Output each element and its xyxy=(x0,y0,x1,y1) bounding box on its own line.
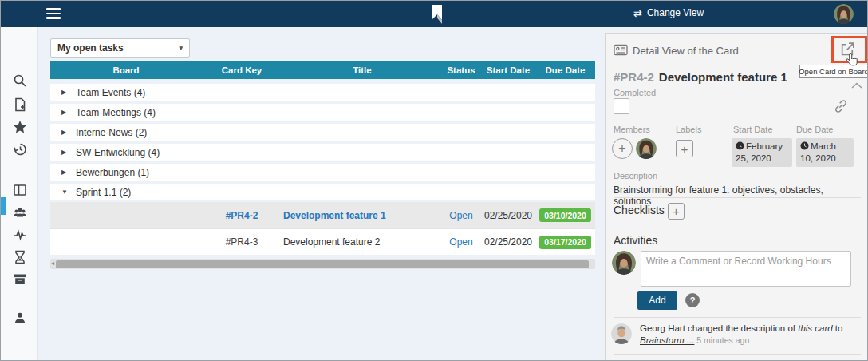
board-group-label: Team-Meetings (4) xyxy=(76,107,156,118)
activity-card-ref: this card xyxy=(798,323,832,333)
board-group-row[interactable]: ▼ Sprint 1.1 (2) xyxy=(50,184,595,200)
active-nav-indicator xyxy=(1,197,6,215)
labels-label: Labels xyxy=(676,125,701,134)
activity-user: Georg Hart xyxy=(640,323,685,333)
commenter-avatar xyxy=(612,251,636,275)
card-title-label: Development feature 1 xyxy=(659,70,787,84)
column-header-status[interactable]: Status xyxy=(441,65,481,75)
link-icon[interactable] xyxy=(834,99,848,116)
expand-arrow-icon[interactable]: ▶ xyxy=(61,169,76,176)
board-group-row[interactable]: ▶ Interne-News (2) xyxy=(50,124,595,141)
activity-icon[interactable] xyxy=(13,228,27,242)
menu-icon[interactable] xyxy=(46,8,61,19)
board-group-row[interactable]: ▶ Team-Meetings (4) xyxy=(50,104,595,121)
horizontal-scrollbar[interactable]: ◂ xyxy=(50,259,595,269)
card-row[interactable]: #PR4-2 Development feature 1 Open 02/25/… xyxy=(50,202,595,228)
card-detail-icon xyxy=(614,44,628,58)
board-group-row[interactable]: ▶ Team Events (4) xyxy=(50,84,595,101)
members-label: Members xyxy=(614,125,650,134)
board-group-row[interactable]: ▶ SW-Entwicklung (4) xyxy=(50,144,595,161)
clock-icon xyxy=(800,141,809,150)
column-header-title[interactable]: Title xyxy=(282,65,441,75)
app-window: ⇄ Change View xyxy=(0,0,868,361)
collapse-icon[interactable] xyxy=(851,80,862,91)
due-date-badge: 03/10/2020 xyxy=(539,208,591,222)
panel-title: Detail View of the Card xyxy=(633,45,739,57)
card-title-link[interactable]: Development feature 2 xyxy=(282,236,441,248)
column-header-card-key[interactable]: Card Key xyxy=(202,65,282,75)
checklists-heading: Checklists xyxy=(614,204,665,216)
card-key-link[interactable]: #PR4-3 xyxy=(202,236,282,248)
card-detail-panel: Detail View of the Card Open Card on Boa… xyxy=(605,33,868,360)
card-row[interactable]: #PR4-3 Development feature 2 Open 02/25/… xyxy=(50,228,595,255)
expand-arrow-icon[interactable]: ▼ xyxy=(61,188,76,196)
archive-icon[interactable] xyxy=(13,272,27,286)
board-icon[interactable] xyxy=(13,183,27,197)
search-icon[interactable] xyxy=(13,73,27,88)
description-label: Description xyxy=(614,171,657,180)
expand-arrow-icon[interactable]: ▶ xyxy=(61,89,76,96)
open-card-on-board-button[interactable] xyxy=(839,41,857,58)
board-group-label: Bewerbungen (1) xyxy=(76,167,149,178)
team-icon[interactable] xyxy=(13,205,27,220)
add-checklist-button[interactable]: + xyxy=(668,203,685,220)
star-icon[interactable] xyxy=(13,120,27,134)
task-filter-value: My open tasks xyxy=(57,42,124,54)
person-icon[interactable] xyxy=(13,311,27,325)
due-date-label: Due Date xyxy=(796,125,833,134)
completed-label: Completed xyxy=(614,88,656,97)
expand-arrow-icon[interactable]: ▶ xyxy=(61,149,76,156)
left-sidebar xyxy=(1,27,38,360)
tooltip-open-card-on-board: Open Card on Board xyxy=(799,65,868,78)
clock-icon xyxy=(736,141,744,150)
board-group-label: Team Events (4) xyxy=(76,87,145,98)
card-status-link[interactable]: Open xyxy=(441,236,481,248)
due-date-chip[interactable]: March 10, 2020 xyxy=(796,138,854,167)
activity-user-avatar xyxy=(611,323,632,344)
user-avatar[interactable] xyxy=(834,4,854,24)
card-key-label: #PR4-2 xyxy=(614,70,654,84)
history-icon[interactable] xyxy=(13,142,27,157)
scroll-left-arrow-icon[interactable]: ◂ xyxy=(51,260,54,267)
chevron-down-icon: ▾ xyxy=(179,44,183,52)
add-member-button[interactable]: + xyxy=(612,138,633,159)
expand-arrow-icon[interactable]: ▶ xyxy=(61,129,76,136)
add-comment-button[interactable]: Add xyxy=(637,291,677,310)
card-start-date: 02/25/2020 xyxy=(481,236,535,248)
task-filter-dropdown[interactable]: My open tasks ▾ xyxy=(50,38,190,58)
add-label-button[interactable]: + xyxy=(676,140,693,157)
member-avatar[interactable] xyxy=(636,138,657,159)
activities-heading: Activities xyxy=(614,234,657,247)
activity-link[interactable]: Brainstorm ... xyxy=(640,335,694,345)
swap-arrows-icon: ⇄ xyxy=(633,8,642,18)
change-view-button[interactable]: ⇄ Change View xyxy=(633,7,704,18)
change-view-label: Change View xyxy=(647,7,704,18)
column-header-start-date[interactable]: Start Date xyxy=(481,65,535,75)
new-document-icon[interactable] xyxy=(13,97,27,112)
board-group-row[interactable]: ▶ Bewerbungen (1) xyxy=(50,164,595,180)
card-start-date: 02/25/2020 xyxy=(481,210,535,221)
scrollbar-thumb[interactable] xyxy=(56,260,589,268)
completed-checkbox[interactable] xyxy=(614,98,629,114)
help-icon[interactable]: ? xyxy=(685,293,700,307)
board-group-label: SW-Entwicklung (4) xyxy=(76,147,160,158)
card-status-link[interactable]: Open xyxy=(441,210,481,221)
start-date-chip[interactable]: February 25, 2020 xyxy=(732,138,792,167)
hourglass-icon[interactable] xyxy=(13,250,27,264)
expand-arrow-icon[interactable]: ▶ xyxy=(61,109,76,116)
card-title-link[interactable]: Development feature 1 xyxy=(282,210,441,221)
column-header-board[interactable]: Board xyxy=(50,65,202,75)
start-date-label: Start Date xyxy=(733,125,773,134)
activity-timestamp: 5 minutes ago xyxy=(694,335,749,345)
column-header-due-date[interactable]: Due Date xyxy=(535,65,595,75)
card-key-link[interactable]: #PR4-2 xyxy=(202,210,282,221)
table-header: Board Card Key Title Status Start Date D… xyxy=(50,61,595,79)
board-group-label: Sprint 1.1 (2) xyxy=(76,187,131,198)
app-logo-icon xyxy=(430,4,444,28)
top-header: ⇄ Change View xyxy=(1,1,867,27)
board-group-label: Interne-News (2) xyxy=(76,127,147,138)
activity-entry: Georg Hart changed the description of th… xyxy=(640,323,858,347)
due-date-badge: 03/17/2020 xyxy=(539,236,591,249)
comment-input[interactable] xyxy=(641,251,851,287)
